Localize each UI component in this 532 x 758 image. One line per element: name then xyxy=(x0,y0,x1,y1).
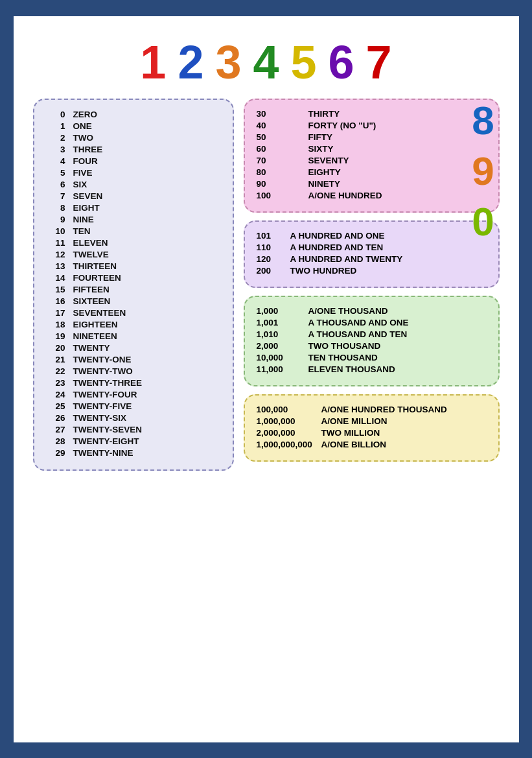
number-word: EIGHTEEN xyxy=(73,320,118,329)
number-word: FIVE xyxy=(73,168,93,178)
list-item: 30THIRTY xyxy=(257,109,487,119)
number-value: 28 xyxy=(47,436,65,446)
number-word: A HUNDRED AND ONE xyxy=(290,231,385,241)
list-item: 24TWENTY-FOUR xyxy=(47,390,220,399)
number-value: 10 xyxy=(47,226,65,236)
number-word: ZERO xyxy=(73,110,98,119)
left-numbers-box: 0ZERO1ONE2TWO3THREE4FOUR5FIVE6SIX7SEVEN8… xyxy=(33,99,234,471)
list-item: 80EIGHTY xyxy=(257,167,487,177)
big-number-3: 3 xyxy=(215,39,241,86)
number-value: 13 xyxy=(47,261,65,271)
number-word: FORTY (NO "U") xyxy=(308,121,376,130)
list-item: 28TWENTY-EIGHT xyxy=(47,436,220,446)
list-item: 100,000A/ONE HUNDRED THOUSAND xyxy=(257,405,487,414)
list-item: 1,010A THOUSAND AND TEN xyxy=(257,329,487,339)
list-item: 50FIFTY xyxy=(257,132,487,142)
number-word: ELEVEN THOUSAND xyxy=(308,364,395,374)
side-numbers: 890 xyxy=(461,99,506,244)
number-value: 2,000 xyxy=(257,341,302,351)
number-word: THIRTEEN xyxy=(73,261,117,271)
number-word: TWO THOUSAND xyxy=(308,341,381,351)
number-value: 0 xyxy=(47,110,65,119)
number-value: 20 xyxy=(47,343,65,353)
millions-box: 100,000A/ONE HUNDRED THOUSAND1,000,000A/… xyxy=(244,394,500,462)
number-word: EIGHT xyxy=(73,203,100,213)
number-word: TWENTY-SIX xyxy=(73,413,127,423)
number-word: FIFTEEN xyxy=(73,285,110,294)
number-word: SEVENTY xyxy=(308,156,349,165)
number-word: TWO MILLION xyxy=(321,428,380,438)
number-value: 1 xyxy=(47,121,65,131)
number-word: EIGHTY xyxy=(308,167,341,177)
big-number-1: 1 xyxy=(140,39,166,86)
big-number-7: 7 xyxy=(366,39,392,86)
number-word: THREE xyxy=(73,145,103,154)
number-word: A/ONE THOUSAND xyxy=(308,306,388,316)
big-number-2: 2 xyxy=(178,39,203,86)
list-item: 21TWENTY-ONE xyxy=(47,355,220,364)
number-value: 1,000,000,000 xyxy=(257,440,315,449)
list-item: 1,000,000A/ONE MILLION xyxy=(257,416,487,426)
number-value: 19 xyxy=(47,331,65,341)
list-item: 2TWO xyxy=(47,133,220,143)
number-word: NINE xyxy=(73,215,94,224)
list-item: 29TWENTY-NINE xyxy=(47,448,220,458)
number-value: 100 xyxy=(257,191,302,200)
list-item: 13THIRTEEN xyxy=(47,261,220,271)
list-item: 15FIFTEEN xyxy=(47,285,220,294)
number-value: 15 xyxy=(47,285,65,294)
list-item: 40FORTY (NO "U") xyxy=(257,121,487,130)
list-item: 12TWELVE xyxy=(47,250,220,259)
number-word: A THOUSAND AND TEN xyxy=(308,329,408,339)
list-item: 2,000,000TWO MILLION xyxy=(257,428,487,438)
number-value: 2 xyxy=(47,133,65,143)
list-item: 7SEVEN xyxy=(47,191,220,201)
list-item: 14FOURTEEN xyxy=(47,273,220,283)
number-value: 101 xyxy=(257,231,284,241)
list-item: 200TWO HUNDRED xyxy=(257,266,487,276)
number-value: 26 xyxy=(47,413,65,423)
number-word: TWENTY-SEVEN xyxy=(73,425,143,434)
number-word: A/ONE HUNDRED xyxy=(308,191,382,200)
list-item: 1,000A/ONE THOUSAND xyxy=(257,306,487,316)
number-word: TWELVE xyxy=(73,250,109,259)
list-item: 10TEN xyxy=(47,226,220,236)
number-value: 9 xyxy=(47,215,65,224)
number-value: 7 xyxy=(47,191,65,201)
number-word: A/ONE BILLION xyxy=(321,440,387,449)
list-item: 11ELEVEN xyxy=(47,238,220,248)
number-word: ONE xyxy=(73,121,92,131)
number-word: TWENTY-ONE xyxy=(73,355,132,364)
number-word: SEVENTEEN xyxy=(73,308,126,318)
list-item: 1,001A THOUSAND AND ONE xyxy=(257,318,487,327)
list-item: 0ZERO xyxy=(47,110,220,119)
number-value: 50 xyxy=(257,132,302,142)
side-number-0: 0 xyxy=(461,200,506,244)
number-value: 100,000 xyxy=(257,405,315,414)
list-item: 1,000,000,000A/ONE BILLION xyxy=(257,440,487,449)
number-value: 1,010 xyxy=(257,329,302,339)
list-item: 11,000ELEVEN THOUSAND xyxy=(257,364,487,374)
number-word: FIFTY xyxy=(308,132,333,142)
list-item: 60SIXTY xyxy=(257,144,487,154)
list-item: 4FOUR xyxy=(47,156,220,166)
number-word: NINETY xyxy=(308,179,341,189)
number-value: 3 xyxy=(47,145,65,154)
number-value: 40 xyxy=(257,121,302,130)
number-word: FOURTEEN xyxy=(73,273,121,283)
number-value: 8 xyxy=(47,203,65,213)
big-number-6: 6 xyxy=(329,39,354,86)
big-number-5: 5 xyxy=(291,39,317,86)
big-number-4: 4 xyxy=(253,39,279,86)
number-word: TWO HUNDRED xyxy=(290,266,357,276)
list-item: 16SIXTEEN xyxy=(47,296,220,306)
number-value: 23 xyxy=(47,378,65,388)
list-item: 10,000TEN THOUSAND xyxy=(257,353,487,362)
side-number-9: 9 xyxy=(461,149,506,193)
list-item: 8EIGHT xyxy=(47,203,220,213)
list-item: 9NINE xyxy=(47,215,220,224)
number-word: THIRTY xyxy=(308,109,340,119)
list-item: 26TWENTY-SIX xyxy=(47,413,220,423)
page: 1234567 0ZERO1ONE2TWO3THREE4FOUR5FIVE6SI… xyxy=(14,16,519,742)
list-item: 25TWENTY-FIVE xyxy=(47,401,220,411)
